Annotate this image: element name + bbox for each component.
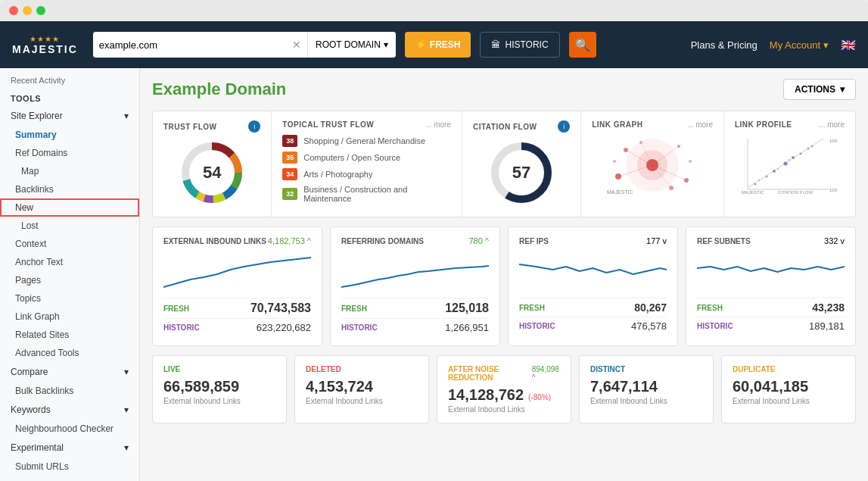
referring-domains-historic-label: HISTORIC [341,323,378,332]
duplicate-card: DUPLICATE 60,041,185 External Inbound Li… [721,355,856,423]
chevron-down-icon: ▾ [124,367,129,377]
link-profile-visual: MAJESTIC CITATION FLOW TRUST FLOW 100 10… [735,135,845,195]
sidebar-item-keywords[interactable]: Keywords ▾ [0,400,139,420]
fresh-button[interactable]: ⚡ FRESH [405,32,471,58]
topical-trust-flow-more-link[interactable]: ... more [425,120,451,129]
ref-ips-label: REF IPS [519,237,549,245]
root-domain-dropdown[interactable]: ROOT DOMAIN ▾ [307,32,396,58]
search-bar: ✕ ROOT DOMAIN ▾ [93,32,396,58]
chevron-down-icon: ▾ [124,404,129,415]
ref-subnets-label: REF SUBNETS [697,237,751,245]
ref-subnets-change: 332 v [824,236,845,245]
sidebar-item-link-graph[interactable]: Link Graph [0,308,139,326]
expand-dot[interactable] [36,6,45,15]
page-header: Example Domain ACTIONS ▾ [152,79,856,100]
close-dot[interactable] [9,6,18,15]
sidebar-item-map[interactable]: Map [0,162,139,180]
sidebar-item-pages[interactable]: Pages [0,271,139,289]
actions-button[interactable]: ACTIONS ▾ [783,79,856,100]
referring-domains-change: 780 ^ [468,236,489,245]
referring-domains-label: REFERRING DOMAINS [341,237,424,245]
ttf-badge-4: 32 [282,188,297,200]
live-value: 66,589,859 [163,378,275,395]
ttf-badge-2: 35 [282,151,297,164]
citation-flow-info-icon[interactable]: i [558,120,570,133]
trust-flow-info-icon[interactable]: i [248,120,260,133]
sidebar-item-summary[interactable]: Summary [0,126,139,144]
stats-row: EXTERNAL INBOUND LINKS 4,182,753 ^ FRESH… [152,226,856,346]
sidebar-item-bulk-backlinks[interactable]: Bulk Backlinks [0,382,139,400]
svg-text:MAJESTIC: MAJESTIC [742,190,764,195]
citation-flow-donut: 57 [487,139,555,207]
trust-flow-value: 54 [203,163,221,183]
ttf-list: 38 Shopping / General Merchandise 35 Com… [282,135,451,203]
sidebar-item-submit-urls[interactable]: Submit URLs [0,458,139,476]
chevron-down-icon: ▾ [384,39,388,50]
sidebar-item-custom-reports[interactable]: Custom Reports [0,476,139,481]
citation-flow-card: CITATION FLOW i 57 [462,111,581,217]
topical-trust-flow-label: TOPICAL TRUST FLOW [282,120,374,129]
chevron-down-icon: ▾ [823,39,829,51]
sidebar-item-ref-domains[interactable]: Ref Domains [0,144,139,162]
chevron-down-icon: ▾ [124,111,129,121]
search-button[interactable]: 🔍 [569,32,596,58]
search-clear-icon[interactable]: ✕ [286,39,307,51]
ttf-item-4: 32 Business / Construction and Maintenan… [282,185,451,203]
chevron-down-icon: ▾ [840,84,845,95]
ttf-text-2: Computers / Open Source [303,153,400,162]
noise-reduction-label: AFTER NOISE REDUCTION [448,365,532,382]
trust-flow-card: TRUST FLOW i [153,111,272,217]
logo-stars: ★★★★ [30,35,60,43]
sidebar-item-anchor-text[interactable]: Anchor Text [0,253,139,271]
metrics-row: TRUST FLOW i [152,111,856,217]
ttf-item-3: 34 Arts / Photography [282,168,451,180]
account-button[interactable]: My Account ▾ [770,39,829,51]
distinct-card: DISTINCT 7,647,114 External Inbound Link… [579,355,714,423]
link-graph-more-link[interactable]: ... more [687,120,713,129]
deleted-card: DELETED 4,153,724 External Inbound Links [294,355,429,423]
citation-flow-label: CITATION FLOW [473,123,537,131]
minimize-dot[interactable] [23,6,32,15]
svg-text:CITATION FLOW: CITATION FLOW [778,190,813,195]
deleted-sub: External Inbound Links [306,397,418,405]
sidebar-item-experimental[interactable]: Experimental ▾ [0,438,139,458]
svg-point-20 [613,160,616,163]
sidebar-item-site-explorer[interactable]: Site Explorer ▾ [0,106,139,126]
distinct-sub: External Inbound Links [590,397,702,405]
historic-button[interactable]: 🏛 HISTORIC [480,32,559,58]
noise-reduction-sub: External Inbound Links [448,405,560,414]
svg-text:100: 100 [829,188,838,192]
bottom-row: LIVE 66,589,859 External Inbound Links D… [152,355,856,423]
sidebar-item-topics[interactable]: Topics [0,289,139,308]
external-inbound-change: 4,182,753 ^ [268,236,311,245]
referring-domains-card: REFERRING DOMAINS 780 ^ FRESH 125,018 HI… [330,226,500,346]
sidebar-item-context[interactable]: Context [0,235,139,253]
deleted-value: 4,153,724 [306,378,418,395]
plans-pricing-link[interactable]: Plans & Pricing [691,39,758,51]
svg-line-45 [748,139,823,188]
svg-text:100: 100 [829,139,838,143]
sidebar-item-new[interactable]: New [0,198,139,217]
link-profile-more-link[interactable]: ... more [819,120,845,129]
link-graph-label: LINK GRAPH [592,120,642,129]
citation-flow-value: 57 [512,163,530,183]
main-content: Example Domain ACTIONS ▾ TRUST FLOW i [140,68,868,481]
ttf-item-2: 35 Computers / Open Source [282,151,451,164]
ttf-text-4: Business / Construction and Maintenance [303,185,451,203]
sidebar-item-compare[interactable]: Compare ▾ [0,362,139,382]
bolt-icon: ⚡ [415,39,427,50]
recent-activity-label: Recent Activity [0,68,139,88]
sidebar-item-advanced-tools[interactable]: Advanced Tools [0,344,139,362]
sidebar-item-neighbourhood-checker[interactable]: Neighbourhood Checker [0,420,139,438]
sidebar-item-lost[interactable]: Lost [0,217,139,235]
sidebar: Recent Activity TOOLS Site Explorer ▾ Su… [0,68,140,481]
sidebar-item-related-sites[interactable]: Related Sites [0,326,139,344]
flag-icon[interactable]: 🇬🇧 [841,38,856,52]
sidebar-item-backlinks[interactable]: Backlinks [0,180,139,198]
search-input[interactable] [93,32,286,58]
live-card: LIVE 66,589,859 External Inbound Links [152,355,287,423]
noise-reduction-change: 894,098 ^ [532,365,560,382]
external-inbound-fresh-value: 70,743,583 [250,301,311,315]
header: ★★★★ MAJESTIC ✕ ROOT DOMAIN ▾ ⚡ FRESH 🏛 … [0,21,868,68]
link-graph-card: LINK GRAPH ... more [581,111,724,217]
